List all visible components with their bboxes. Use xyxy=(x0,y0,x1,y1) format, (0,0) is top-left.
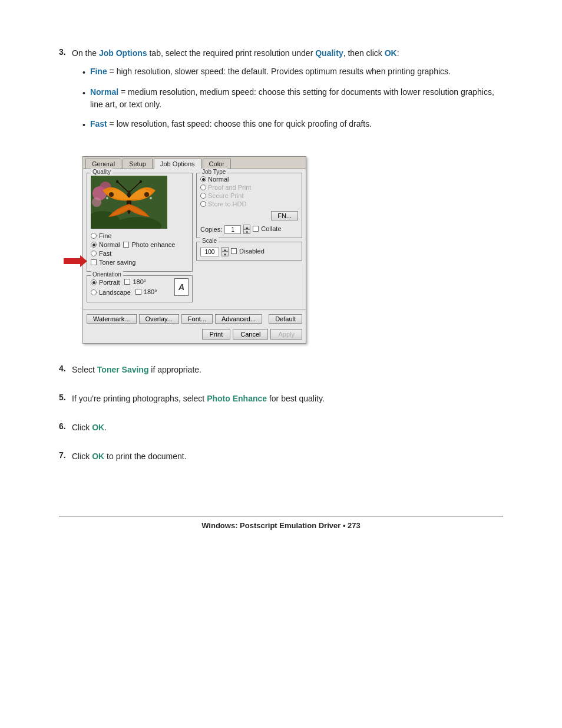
bullet-dot-fast: • xyxy=(82,119,85,131)
copies-down[interactable]: ▼ xyxy=(243,229,250,234)
step-3: 3. On the Job Options tab, select the re… xyxy=(59,47,503,353)
step-7-number: 7. xyxy=(59,450,70,463)
radio-fast-label: Fast xyxy=(99,250,111,257)
default-button[interactable]: Default xyxy=(269,314,302,324)
tab-setup[interactable]: Setup xyxy=(123,159,153,169)
radio-portrait-circle[interactable] xyxy=(91,279,97,285)
radio-fast[interactable]: Fast xyxy=(91,250,189,257)
photo-enhance-highlight: Photo Enhance xyxy=(207,394,267,403)
font-button[interactable]: Font... xyxy=(181,314,213,324)
svg-marker-0 xyxy=(64,255,87,267)
radio-fine-circle[interactable] xyxy=(91,233,97,239)
portrait-icon: A xyxy=(174,278,189,296)
orientation-group-label: Orientation xyxy=(91,271,123,278)
copies-row: Copies: ▲ ▼ Collate xyxy=(200,225,298,234)
tab-job-options[interactable]: Job Options xyxy=(154,159,201,169)
fast-desc: = low resolution, fast speed: choose thi… xyxy=(107,119,372,129)
bullet-normal-text: Normal = medium resolution, medium speed… xyxy=(90,86,503,111)
tab-general[interactable]: General xyxy=(85,159,121,169)
orientation-group: Orientation Portrait 180° xyxy=(87,275,193,302)
svg-point-10 xyxy=(106,197,108,199)
scale-group: Scale ▲ ▼ Disabled xyxy=(196,242,302,261)
svg-point-15 xyxy=(140,180,142,183)
svg-point-14 xyxy=(116,180,118,183)
copies-label: Copies: xyxy=(200,226,222,233)
collate-option[interactable]: Collate xyxy=(253,225,281,232)
scale-up[interactable]: ▲ xyxy=(222,247,229,252)
step-3-highlight-2: Quality xyxy=(315,48,343,58)
radio-normal-label: Normal xyxy=(99,241,120,248)
copies-input[interactable] xyxy=(224,225,241,234)
radio-store-hdd-circle[interactable] xyxy=(200,201,206,207)
red-arrow-icon xyxy=(64,255,87,267)
photo-enhance-label: Photo enhance xyxy=(131,241,175,248)
page-footer: Windows: Postscript Emulation Driver • 2… xyxy=(59,516,503,530)
normal-desc: = medium resolution, medium speed: choos… xyxy=(90,87,494,109)
toner-saving-checkbox[interactable] xyxy=(91,259,97,265)
apply-button[interactable]: Apply xyxy=(270,329,302,340)
radio-fine[interactable]: Fine xyxy=(91,232,189,239)
toner-saving-label: Toner saving xyxy=(99,259,135,266)
radio-proof-print-circle[interactable] xyxy=(200,185,206,190)
quality-group-label: Quality xyxy=(91,169,113,175)
photo-enhance-checkbox[interactable] xyxy=(123,242,129,248)
landscape-180-checkbox[interactable] xyxy=(135,289,141,295)
disabled-option[interactable]: Disabled xyxy=(231,248,265,255)
print-button[interactable]: Print xyxy=(202,329,231,340)
svg-point-8 xyxy=(109,192,114,197)
radio-secure-print-circle[interactable] xyxy=(200,193,206,199)
portrait-180-label: 180° xyxy=(133,278,146,285)
step-7: 7. Click OK to print the document. xyxy=(59,450,503,469)
advanced-button[interactable]: Advanced... xyxy=(215,314,262,324)
watermark-button[interactable]: Watermark... xyxy=(87,314,137,324)
copies-up[interactable]: ▲ xyxy=(243,225,250,229)
bullet-fast: • Fast = low resolution, fast speed: cho… xyxy=(82,118,503,131)
radio-fine-label: Fine xyxy=(99,232,111,239)
copies-spinner[interactable]: ▲ ▼ xyxy=(243,225,250,234)
dialog-right: Job Type Normal Proof and Print xyxy=(196,173,302,306)
radio-portrait-label: Portrait xyxy=(99,279,120,286)
radio-secure-print[interactable]: Secure Print xyxy=(200,192,298,199)
svg-point-9 xyxy=(144,192,149,197)
scale-spinner[interactable]: ▲ ▼ xyxy=(222,247,229,256)
photo-enhance-option[interactable]: Photo enhance xyxy=(123,241,175,248)
collate-label: Collate xyxy=(261,225,281,232)
step-5-number: 5. xyxy=(59,393,70,405)
dialog-tabs: General Setup Job Options Color xyxy=(83,157,306,169)
radio-fast-circle[interactable] xyxy=(91,251,97,256)
radio-job-normal-circle[interactable] xyxy=(200,176,206,182)
portrait-180-checkbox[interactable] xyxy=(124,279,130,285)
step-3-highlight-3: OK xyxy=(385,48,397,58)
collate-checkbox[interactable] xyxy=(253,226,259,232)
radio-landscape-label: Landscape xyxy=(99,289,131,296)
radio-landscape-circle[interactable] xyxy=(91,289,97,295)
radio-normal[interactable]: Normal xyxy=(91,241,120,248)
toner-saving-option[interactable]: Toner saving xyxy=(91,259,189,266)
step-6: 6. Click OK. xyxy=(59,421,503,440)
fine-label: Fine xyxy=(90,67,107,76)
bullet-fast-text: Fast = low resolution, fast speed: choos… xyxy=(90,118,503,131)
step-4-number: 4. xyxy=(59,364,70,376)
overlay-button[interactable]: Overlay... xyxy=(139,314,179,324)
orientation-row: Portrait 180° Landscape xyxy=(91,278,189,298)
scale-row: ▲ ▼ Disabled xyxy=(200,247,298,256)
disabled-checkbox[interactable] xyxy=(231,248,237,254)
bottom-buttons: Watermark... Overlay... Font... Advanced… xyxy=(83,309,306,328)
radio-normal-circle[interactable] xyxy=(91,242,97,248)
dialog-container: General Setup Job Options Color Quality xyxy=(82,156,503,344)
radio-secure-print-label: Secure Print xyxy=(208,192,244,199)
tab-color[interactable]: Color xyxy=(203,159,231,169)
scale-input[interactable] xyxy=(200,248,219,256)
scale-down[interactable]: ▼ xyxy=(222,252,229,256)
radio-portrait[interactable]: Portrait 180° xyxy=(91,278,168,286)
cancel-button[interactable]: Cancel xyxy=(233,329,268,340)
radio-job-normal[interactable]: Normal xyxy=(200,176,298,183)
radio-landscape[interactable]: Landscape 180° xyxy=(91,288,168,297)
orientation-radios: Portrait 180° Landscape xyxy=(91,278,168,298)
step-3-number: 3. xyxy=(59,47,70,60)
dialog-body: Quality xyxy=(83,169,306,309)
fn-button[interactable]: FN... xyxy=(271,211,298,220)
radio-store-hdd[interactable]: Store to HDD xyxy=(200,200,298,207)
bullet-dot-fine: • xyxy=(82,67,85,79)
radio-proof-print[interactable]: Proof and Print xyxy=(200,184,298,191)
